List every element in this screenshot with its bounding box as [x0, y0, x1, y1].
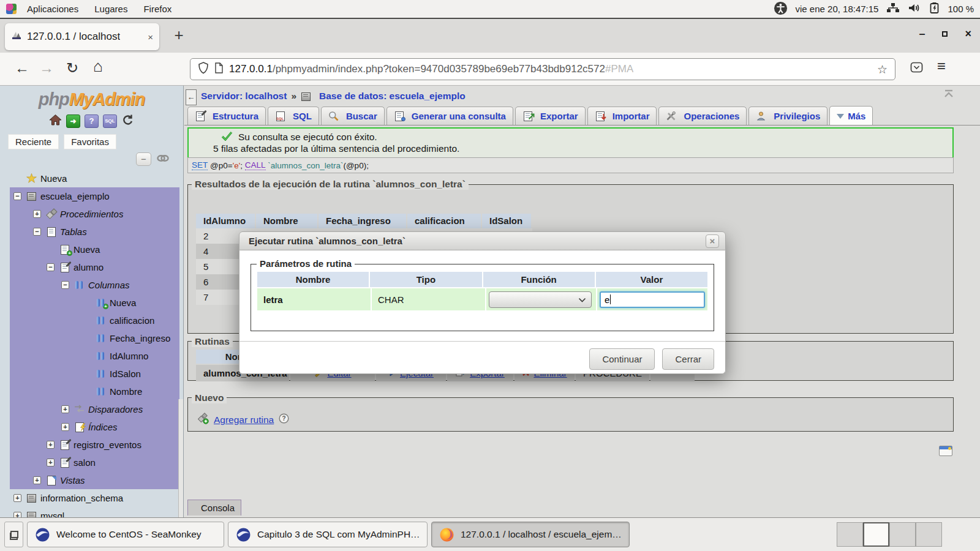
home-button[interactable]: ⌂	[93, 57, 103, 76]
tree-item-nombre[interactable]: Nombre	[10, 383, 179, 400]
menu-aplicaciones[interactable]: Aplicaciones	[19, 4, 86, 14]
battery-icon[interactable]	[929, 2, 940, 16]
tree-expander-icon[interactable]: +	[33, 476, 41, 484]
tree-expander-icon[interactable]: +	[61, 405, 69, 413]
console-toggle[interactable]: Consola	[187, 500, 241, 515]
tree-item-escuela-ejemplo[interactable]: −escuela_ejemplo	[10, 187, 179, 205]
tree-expander-icon[interactable]: +	[61, 423, 69, 431]
tree-expander-icon[interactable]: +	[47, 459, 55, 467]
new-tab-button[interactable]: +	[169, 26, 189, 45]
add-routine-link[interactable]: Agregar rutina	[214, 414, 274, 425]
tree-item-nueva[interactable]: Nueva	[10, 170, 179, 187]
sql-window-icon[interactable]: SQL	[103, 114, 117, 128]
network-icon[interactable]	[886, 2, 900, 15]
column-header[interactable]: IdAlumno	[196, 214, 255, 228]
help-badge-icon[interactable]: ?	[279, 413, 289, 426]
logout-icon[interactable]: ➜	[66, 114, 80, 128]
tree-item-nueva[interactable]: +Nueva	[10, 294, 179, 312]
column-header[interactable]: calificacion	[407, 214, 481, 228]
tree-expander-icon[interactable]: −	[47, 263, 55, 271]
maximize-button[interactable]	[942, 31, 948, 37]
tree-expander-icon[interactable]: +	[13, 494, 21, 502]
tab-estructura[interactable]: Estructura	[187, 107, 266, 125]
workspace-4[interactable]	[916, 522, 942, 547]
menu-firefox[interactable]: Firefox	[135, 4, 179, 14]
tree-expander-icon[interactable]: −	[13, 192, 21, 200]
breadcrumb-server[interactable]: Servidor: localhost	[201, 91, 287, 102]
url-bar[interactable]: 127.0.0.1/phpmyadmin/index.php?token=947…	[190, 58, 895, 80]
help-icon[interactable]: ?	[85, 114, 99, 128]
dialog-titlebar[interactable]: Ejecutar rutina `alumnos_con_letra` ×	[239, 231, 726, 250]
column-header[interactable]: Fecha_ingreso	[318, 214, 406, 228]
continue-button[interactable]: Continuar	[589, 348, 655, 370]
tree-item-columnas[interactable]: −Columnas	[10, 276, 179, 294]
dialog-close-icon[interactable]: ×	[706, 234, 719, 248]
page-info-icon[interactable]	[214, 62, 224, 77]
tab-buscar[interactable]: Buscar	[321, 107, 385, 125]
tree-item-fecha-ingreso[interactable]: Fecha_ingreso	[10, 329, 179, 347]
tab-privilegios[interactable]: Privilegios	[748, 107, 827, 125]
new-window-icon[interactable]	[939, 446, 952, 456]
function-select[interactable]	[489, 291, 592, 308]
minimize-button[interactable]: –	[919, 28, 925, 40]
tab-más[interactable]: Más	[829, 106, 873, 125]
shield-icon[interactable]	[198, 62, 209, 77]
accessibility-icon[interactable]	[774, 1, 788, 17]
tree-item-alumno[interactable]: −alumno	[10, 258, 179, 276]
workspace-3[interactable]	[889, 522, 916, 547]
tree-item-registro-eventos[interactable]: +registro_eventos	[10, 436, 179, 454]
sidebar-scrollbar[interactable]	[178, 399, 183, 517]
forward-button[interactable]: →	[39, 59, 54, 77]
close-button[interactable]: ×	[965, 28, 971, 40]
tree-item-idsalon[interactable]: IdSalon	[10, 365, 179, 383]
taskbar-task[interactable]: 127.0.0.1 / localhost / escuela_ejem…	[431, 522, 630, 547]
close-button-dialog[interactable]: Cerrar	[662, 348, 714, 370]
tree-item-disparadores[interactable]: +Disparadores	[10, 400, 179, 418]
workspace-2[interactable]	[863, 522, 889, 547]
distro-logo-icon[interactable]	[6, 4, 17, 14]
show-desktop-button[interactable]	[4, 522, 23, 547]
breadcrumb-database[interactable]: Base de datos: escuela_ejemplo	[319, 91, 466, 102]
tree-item-procedimientos[interactable]: +Procedimientos	[10, 205, 179, 223]
tree-item-idalumno[interactable]: IdAlumno	[10, 347, 179, 365]
workspace-1[interactable]	[837, 522, 863, 547]
tree-item-mysql[interactable]: +mysql	[10, 507, 179, 517]
back-button[interactable]: ←	[15, 59, 29, 77]
tab-importar[interactable]: Importar	[587, 107, 657, 125]
collapse-all-button[interactable]: −	[136, 152, 151, 166]
tab-close-icon[interactable]: ×	[148, 32, 153, 42]
tree-expander-icon[interactable]: −	[61, 281, 69, 289]
refresh-icon[interactable]	[121, 114, 134, 128]
tab-exportar[interactable]: Exportar	[515, 107, 586, 125]
tree-item-salon[interactable]: +salon	[10, 454, 179, 471]
tree-expander-icon[interactable]: +	[47, 441, 55, 449]
column-header[interactable]: Nombre	[256, 214, 317, 228]
tree-item-tablas[interactable]: −Tablas	[10, 223, 179, 241]
tree-expander-icon[interactable]: −	[33, 228, 41, 236]
collapse-panel-icon[interactable]	[944, 89, 954, 100]
taskbar-task[interactable]: Capitulo 3 de SQL com MyAdminPH…	[228, 522, 428, 547]
tree-expander-icon[interactable]: +	[13, 512, 21, 517]
tab-sql[interactable]: SQLSQL	[268, 107, 319, 125]
reload-button[interactable]: ↻	[66, 59, 78, 77]
breadcrumb-back-button[interactable]: ←	[186, 89, 197, 105]
tree-item-calificacion[interactable]: calificacion	[10, 312, 179, 329]
link-panel-icon[interactable]	[156, 154, 170, 165]
column-header[interactable]: IdSalon	[482, 214, 531, 228]
browser-tab[interactable]: 127.0.0.1 / localhost ×	[5, 23, 159, 50]
phpmyadmin-logo[interactable]: phpMyAdmin	[0, 89, 183, 110]
tree-item-vistas[interactable]: +Vistas	[10, 471, 179, 489]
tab-generar-una-consulta[interactable]: Generar una consulta	[386, 107, 513, 125]
tree-item-nueva[interactable]: +Nueva	[10, 241, 179, 258]
pocket-icon[interactable]	[910, 62, 923, 75]
tab-operaciones[interactable]: Operaciones	[658, 107, 747, 125]
home-icon[interactable]	[49, 114, 62, 128]
clock[interactable]: vie ene 20, 18:47:15	[796, 4, 879, 14]
menu-icon[interactable]: ≡	[937, 58, 946, 75]
recent-button[interactable]: Reciente	[9, 135, 58, 149]
tree-item-information-schema[interactable]: +information_schema	[10, 489, 179, 507]
bookmark-star-icon[interactable]: ☆	[877, 62, 888, 77]
favorites-button[interactable]: Favoritas	[64, 135, 116, 149]
taskbar-task[interactable]: Welcome to CentOS - SeaMonkey	[27, 522, 224, 547]
volume-icon[interactable]	[908, 2, 921, 15]
